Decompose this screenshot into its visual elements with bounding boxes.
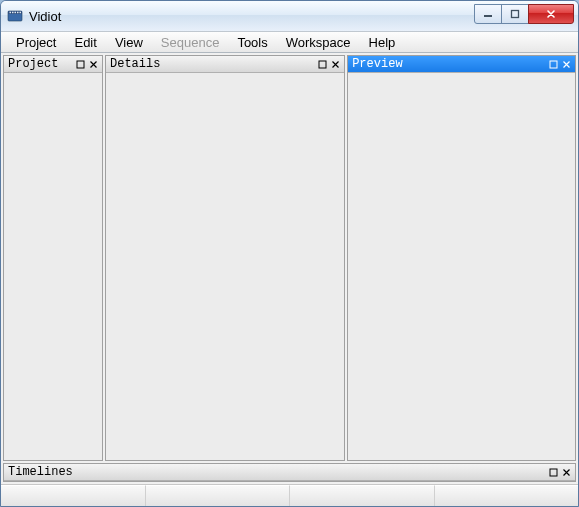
maximize-panel-icon[interactable]: [547, 466, 560, 479]
close-panel-icon[interactable]: [560, 466, 573, 479]
close-panel-icon[interactable]: [560, 58, 573, 71]
client-area: Project Details: [1, 53, 578, 484]
maximize-button[interactable]: [501, 4, 529, 24]
panel-preview-header[interactable]: Preview: [348, 56, 575, 73]
status-cell: [1, 485, 145, 506]
menu-project[interactable]: Project: [7, 33, 65, 52]
close-panel-icon[interactable]: [87, 58, 100, 71]
statusbar: [1, 484, 578, 506]
maximize-panel-icon[interactable]: [316, 58, 329, 71]
panel-project: Project: [3, 55, 103, 461]
svg-rect-8: [512, 11, 519, 18]
panel-project-title: Project: [8, 57, 74, 71]
panel-details-title: Details: [110, 57, 316, 71]
svg-rect-2: [10, 12, 12, 14]
svg-rect-6: [20, 12, 22, 14]
maximize-panel-icon[interactable]: [547, 58, 560, 71]
menu-help[interactable]: Help: [360, 33, 405, 52]
svg-rect-4: [15, 12, 17, 14]
maximize-panel-icon[interactable]: [74, 58, 87, 71]
svg-rect-12: [550, 469, 557, 476]
minimize-button[interactable]: [474, 4, 502, 24]
menu-workspace[interactable]: Workspace: [277, 33, 360, 52]
menu-tools[interactable]: Tools: [228, 33, 276, 52]
close-button[interactable]: [528, 4, 574, 24]
menu-edit[interactable]: Edit: [65, 33, 105, 52]
svg-rect-11: [550, 61, 557, 68]
panel-timelines: Timelines: [3, 463, 576, 482]
menubar: Project Edit View Sequence Tools Workspa…: [1, 31, 578, 53]
svg-rect-10: [319, 61, 326, 68]
close-panel-icon[interactable]: [329, 58, 342, 71]
svg-rect-7: [484, 15, 492, 17]
panel-preview-title: Preview: [352, 57, 547, 71]
panel-details-body[interactable]: [106, 73, 344, 460]
svg-rect-9: [77, 61, 84, 68]
panel-timelines-title: Timelines: [8, 465, 547, 479]
menu-sequence: Sequence: [152, 33, 229, 52]
app-icon: [7, 8, 23, 24]
window-title: Vidiot: [29, 9, 61, 24]
window-controls: [475, 4, 574, 24]
titlebar[interactable]: Vidiot: [1, 1, 578, 31]
panel-project-header[interactable]: Project: [4, 56, 102, 73]
panel-preview: Preview: [347, 55, 576, 461]
status-cell: [289, 485, 434, 506]
panel-preview-body[interactable]: [348, 73, 575, 460]
svg-rect-3: [12, 12, 14, 14]
svg-rect-5: [17, 12, 19, 14]
status-cell: [434, 485, 579, 506]
menu-view[interactable]: View: [106, 33, 152, 52]
panel-project-body[interactable]: [4, 73, 102, 460]
app-window: Vidiot Project Edit View Sequence Tools …: [0, 0, 579, 507]
panel-details: Details: [105, 55, 345, 461]
top-row: Project Details: [3, 55, 576, 461]
panel-timelines-header[interactable]: Timelines: [4, 464, 575, 481]
status-cell: [145, 485, 290, 506]
panel-details-header[interactable]: Details: [106, 56, 344, 73]
